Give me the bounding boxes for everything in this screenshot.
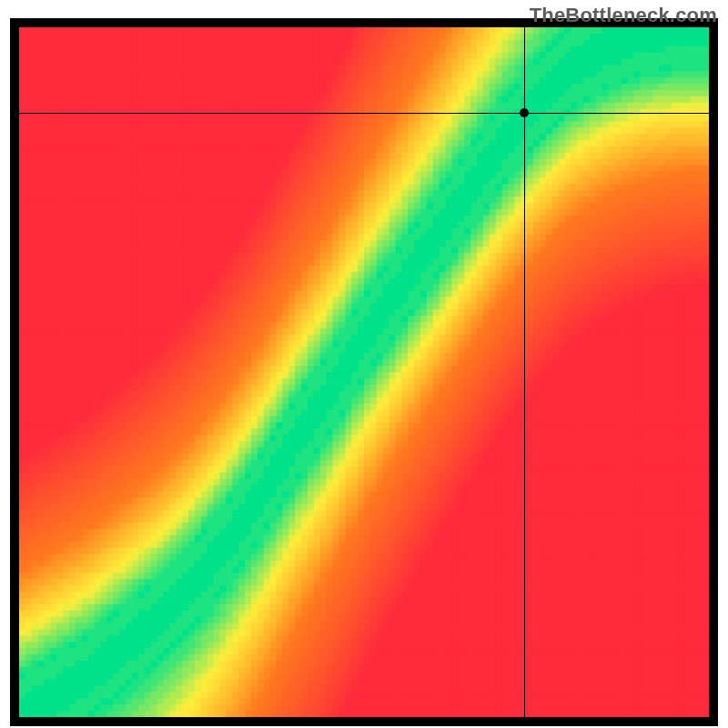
- chart-container: TheBottleneck.com: [0, 0, 728, 728]
- bottleneck-heatmap: [0, 0, 728, 728]
- watermark-text: TheBottleneck.com: [530, 4, 717, 27]
